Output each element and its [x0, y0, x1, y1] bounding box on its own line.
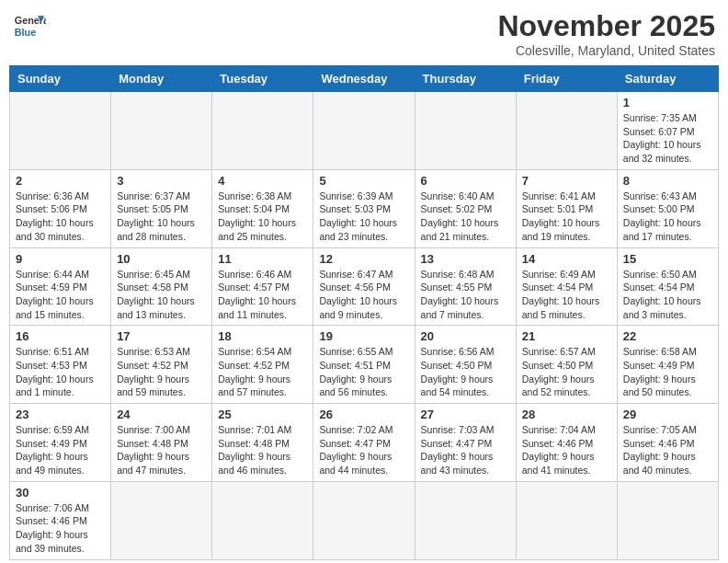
day-number: 11	[218, 252, 307, 266]
week-row-5: 23Sunrise: 6:59 AM Sunset: 4:49 PM Dayli…	[10, 404, 719, 482]
day-info: Sunrise: 6:56 AM Sunset: 4:50 PM Dayligh…	[421, 345, 510, 399]
day-number: 4	[218, 174, 307, 188]
calendar-cell: 24Sunrise: 7:00 AM Sunset: 4:48 PM Dayli…	[111, 404, 212, 482]
day-number: 13	[421, 252, 510, 266]
calendar-cell	[10, 92, 111, 170]
day-number: 5	[319, 174, 408, 188]
calendar-cell: 21Sunrise: 6:57 AM Sunset: 4:50 PM Dayli…	[516, 326, 617, 404]
calendar-cell	[415, 92, 516, 170]
calendar-cell: 3Sunrise: 6:37 AM Sunset: 5:05 PM Daylig…	[111, 169, 212, 247]
calendar-cell	[415, 481, 516, 559]
week-row-2: 2Sunrise: 6:36 AM Sunset: 5:06 PM Daylig…	[10, 169, 719, 247]
calendar-cell: 30Sunrise: 7:06 AM Sunset: 4:46 PM Dayli…	[10, 481, 111, 559]
title-area: November 2025 Colesville, Maryland, Unit…	[497, 9, 715, 58]
day-info: Sunrise: 6:39 AM Sunset: 5:03 PM Dayligh…	[319, 190, 408, 244]
day-info: Sunrise: 6:38 AM Sunset: 5:04 PM Dayligh…	[218, 190, 307, 244]
day-number: 19	[319, 329, 408, 343]
day-number: 9	[16, 252, 105, 266]
col-sunday: Sunday	[10, 66, 111, 92]
day-info: Sunrise: 7:03 AM Sunset: 4:47 PM Dayligh…	[421, 423, 510, 477]
day-number: 30	[16, 486, 105, 500]
day-number: 7	[522, 174, 611, 188]
calendar-cell: 2Sunrise: 6:36 AM Sunset: 5:06 PM Daylig…	[10, 169, 111, 247]
calendar-cell: 16Sunrise: 6:51 AM Sunset: 4:53 PM Dayli…	[10, 326, 111, 404]
day-info: Sunrise: 6:46 AM Sunset: 4:57 PM Dayligh…	[218, 268, 307, 322]
col-tuesday: Tuesday	[212, 66, 313, 92]
day-info: Sunrise: 6:40 AM Sunset: 5:02 PM Dayligh…	[421, 190, 510, 244]
calendar-cell: 23Sunrise: 6:59 AM Sunset: 4:49 PM Dayli…	[10, 404, 111, 482]
day-info: Sunrise: 6:55 AM Sunset: 4:51 PM Dayligh…	[319, 345, 408, 399]
day-info: Sunrise: 6:57 AM Sunset: 4:50 PM Dayligh…	[522, 345, 611, 399]
day-info: Sunrise: 6:58 AM Sunset: 4:49 PM Dayligh…	[623, 345, 712, 399]
week-row-4: 16Sunrise: 6:51 AM Sunset: 4:53 PM Dayli…	[10, 326, 719, 404]
calendar-cell: 29Sunrise: 7:05 AM Sunset: 4:46 PM Dayli…	[617, 404, 718, 482]
day-info: Sunrise: 6:44 AM Sunset: 4:59 PM Dayligh…	[16, 268, 105, 322]
day-info: Sunrise: 6:43 AM Sunset: 5:00 PM Dayligh…	[623, 190, 712, 244]
day-number: 17	[117, 329, 206, 343]
calendar-cell: 1Sunrise: 7:35 AM Sunset: 6:07 PM Daylig…	[617, 92, 718, 170]
calendar-cell: 14Sunrise: 6:49 AM Sunset: 4:54 PM Dayli…	[516, 247, 617, 326]
day-number: 6	[421, 174, 510, 188]
day-info: Sunrise: 7:06 AM Sunset: 4:46 PM Dayligh…	[16, 501, 105, 556]
day-info: Sunrise: 6:45 AM Sunset: 4:58 PM Dayligh…	[117, 268, 206, 322]
month-title: November 2025	[497, 9, 715, 43]
calendar-cell: 20Sunrise: 6:56 AM Sunset: 4:50 PM Dayli…	[415, 326, 516, 404]
day-info: Sunrise: 7:35 AM Sunset: 6:07 PM Dayligh…	[623, 111, 712, 166]
calendar-header: Sunday Monday Tuesday Wednesday Thursday…	[10, 66, 719, 92]
calendar-cell	[111, 481, 212, 559]
col-wednesday: Wednesday	[313, 66, 415, 92]
location: Colesville, Maryland, United States	[497, 43, 715, 58]
day-number: 26	[319, 408, 408, 421]
day-number: 29	[623, 408, 712, 421]
day-number: 2	[16, 174, 105, 188]
col-friday: Friday	[516, 66, 617, 92]
day-info: Sunrise: 7:00 AM Sunset: 4:48 PM Dayligh…	[117, 423, 206, 477]
day-info: Sunrise: 7:01 AM Sunset: 4:48 PM Dayligh…	[218, 423, 307, 477]
day-number: 15	[623, 252, 712, 266]
day-info: Sunrise: 6:54 AM Sunset: 4:52 PM Dayligh…	[218, 345, 307, 399]
day-info: Sunrise: 6:53 AM Sunset: 4:52 PM Dayligh…	[117, 345, 206, 399]
day-number: 23	[16, 408, 105, 421]
calendar-cell: 15Sunrise: 6:50 AM Sunset: 4:54 PM Dayli…	[617, 247, 718, 326]
svg-text:Blue: Blue	[15, 27, 36, 38]
calendar-cell: 13Sunrise: 6:48 AM Sunset: 4:55 PM Dayli…	[415, 247, 516, 326]
day-info: Sunrise: 7:04 AM Sunset: 4:46 PM Dayligh…	[522, 423, 611, 477]
day-info: Sunrise: 6:41 AM Sunset: 5:01 PM Dayligh…	[522, 190, 611, 244]
calendar-cell: 5Sunrise: 6:39 AM Sunset: 5:03 PM Daylig…	[313, 169, 415, 247]
calendar-cell: 28Sunrise: 7:04 AM Sunset: 4:46 PM Dayli…	[516, 404, 617, 482]
calendar-cell: 12Sunrise: 6:47 AM Sunset: 4:56 PM Dayli…	[313, 247, 415, 326]
day-number: 3	[117, 174, 206, 188]
days-of-week-row: Sunday Monday Tuesday Wednesday Thursday…	[10, 66, 719, 92]
calendar-cell: 10Sunrise: 6:45 AM Sunset: 4:58 PM Dayli…	[111, 247, 212, 326]
calendar-cell	[516, 481, 617, 559]
day-info: Sunrise: 6:48 AM Sunset: 4:55 PM Dayligh…	[421, 268, 510, 322]
day-number: 8	[623, 174, 712, 188]
generalblue-logo-icon: General Blue	[13, 9, 46, 42]
day-number: 1	[623, 96, 712, 109]
day-info: Sunrise: 6:50 AM Sunset: 4:54 PM Dayligh…	[623, 268, 712, 322]
day-number: 10	[117, 252, 206, 266]
day-info: Sunrise: 6:59 AM Sunset: 4:49 PM Dayligh…	[16, 423, 105, 477]
calendar-cell: 26Sunrise: 7:02 AM Sunset: 4:47 PM Dayli…	[313, 404, 415, 482]
calendar-cell	[212, 481, 313, 559]
day-number: 24	[117, 408, 206, 421]
col-monday: Monday	[111, 66, 212, 92]
day-number: 14	[522, 252, 611, 266]
col-saturday: Saturday	[617, 66, 718, 92]
calendar-body: 1Sunrise: 7:35 AM Sunset: 6:07 PM Daylig…	[10, 92, 719, 560]
calendar-cell: 25Sunrise: 7:01 AM Sunset: 4:48 PM Dayli…	[212, 404, 313, 482]
calendar-cell: 22Sunrise: 6:58 AM Sunset: 4:49 PM Dayli…	[617, 326, 718, 404]
day-number: 16	[16, 329, 105, 343]
calendar-cell: 17Sunrise: 6:53 AM Sunset: 4:52 PM Dayli…	[111, 326, 212, 404]
calendar-cell	[617, 481, 718, 559]
calendar-cell: 8Sunrise: 6:43 AM Sunset: 5:00 PM Daylig…	[617, 169, 718, 247]
calendar-cell: 7Sunrise: 6:41 AM Sunset: 5:01 PM Daylig…	[516, 169, 617, 247]
day-number: 25	[218, 408, 307, 421]
day-info: Sunrise: 6:49 AM Sunset: 4:54 PM Dayligh…	[522, 268, 611, 322]
day-info: Sunrise: 7:02 AM Sunset: 4:47 PM Dayligh…	[319, 423, 408, 477]
calendar-cell: 6Sunrise: 6:40 AM Sunset: 5:02 PM Daylig…	[415, 169, 516, 247]
day-info: Sunrise: 6:47 AM Sunset: 4:56 PM Dayligh…	[319, 268, 408, 322]
logo: General Blue	[13, 9, 46, 42]
calendar-cell: 11Sunrise: 6:46 AM Sunset: 4:57 PM Dayli…	[212, 247, 313, 326]
calendar-cell	[516, 92, 617, 170]
